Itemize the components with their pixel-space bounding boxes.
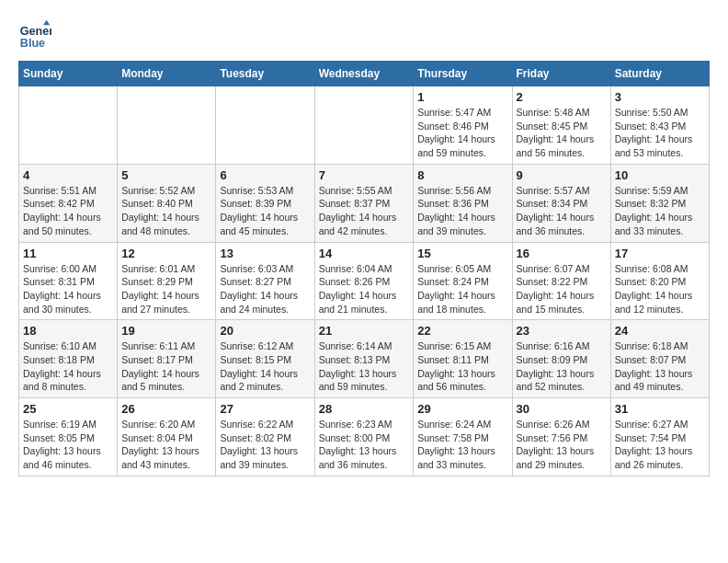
calendar-cell: 20Sunrise: 6:12 AM Sunset: 8:15 PM Dayli…: [216, 320, 314, 398]
calendar-cell: 4Sunrise: 5:51 AM Sunset: 8:42 PM Daylig…: [19, 164, 118, 242]
day-info: Sunrise: 6:03 AM Sunset: 8:27 PM Dayligh…: [220, 262, 310, 316]
day-number: 10: [615, 168, 705, 182]
calendar-cell: 13Sunrise: 6:03 AM Sunset: 8:27 PM Dayli…: [216, 242, 314, 320]
day-info: Sunrise: 5:53 AM Sunset: 8:39 PM Dayligh…: [220, 184, 310, 238]
calendar-cell: [314, 86, 414, 165]
calendar-table: SundayMondayTuesdayWednesdayThursdayFrid…: [18, 61, 710, 477]
calendar-cell: 5Sunrise: 5:52 AM Sunset: 8:40 PM Daylig…: [118, 164, 216, 242]
day-info: Sunrise: 6:01 AM Sunset: 8:29 PM Dayligh…: [121, 262, 211, 316]
day-info: Sunrise: 5:56 AM Sunset: 8:36 PM Dayligh…: [417, 184, 507, 238]
day-number: 2: [517, 90, 607, 104]
day-number: 15: [417, 247, 507, 260]
day-info: Sunrise: 5:55 AM Sunset: 8:37 PM Dayligh…: [319, 184, 410, 238]
weekday-header-thursday: Thursday: [414, 62, 512, 86]
day-info: Sunrise: 6:20 AM Sunset: 8:04 PM Dayligh…: [121, 418, 211, 472]
day-info: Sunrise: 6:05 AM Sunset: 8:24 PM Dayligh…: [417, 262, 507, 316]
weekday-row: SundayMondayTuesdayWednesdayThursdayFrid…: [19, 62, 710, 86]
day-number: 8: [417, 168, 507, 182]
day-info: Sunrise: 6:16 AM Sunset: 8:09 PM Dayligh…: [517, 339, 607, 394]
day-info: Sunrise: 6:10 AM Sunset: 8:18 PM Dayligh…: [23, 339, 113, 394]
calendar-cell: 17Sunrise: 6:08 AM Sunset: 8:20 PM Dayli…: [610, 242, 709, 320]
day-info: Sunrise: 6:07 AM Sunset: 8:22 PM Dayligh…: [517, 262, 607, 316]
week-row-1: 4Sunrise: 5:51 AM Sunset: 8:42 PM Daylig…: [19, 164, 710, 242]
day-number: 6: [220, 168, 310, 182]
calendar-cell: 30Sunrise: 6:26 AM Sunset: 7:56 PM Dayli…: [512, 398, 610, 477]
week-row-4: 25Sunrise: 6:19 AM Sunset: 8:05 PM Dayli…: [19, 398, 710, 477]
day-info: Sunrise: 5:59 AM Sunset: 8:32 PM Dayligh…: [615, 184, 705, 238]
weekday-header-saturday: Saturday: [610, 62, 709, 86]
day-number: 22: [417, 324, 507, 338]
calendar-cell: 1Sunrise: 5:47 AM Sunset: 8:46 PM Daylig…: [414, 86, 512, 165]
day-number: 1: [417, 90, 507, 104]
weekday-header-friday: Friday: [512, 62, 610, 86]
day-info: Sunrise: 6:12 AM Sunset: 8:15 PM Dayligh…: [220, 339, 310, 394]
calendar-cell: 15Sunrise: 6:05 AM Sunset: 8:24 PM Dayli…: [414, 242, 512, 320]
calendar-cell: 29Sunrise: 6:24 AM Sunset: 7:58 PM Dayli…: [414, 398, 512, 477]
day-number: 26: [121, 402, 211, 416]
day-number: 5: [121, 168, 211, 182]
svg-marker-2: [43, 20, 50, 25]
day-number: 19: [121, 324, 211, 338]
weekday-header-monday: Monday: [118, 62, 216, 86]
day-number: 30: [517, 402, 607, 416]
calendar-cell: 24Sunrise: 6:18 AM Sunset: 8:07 PM Dayli…: [610, 320, 709, 398]
day-info: Sunrise: 6:14 AM Sunset: 8:13 PM Dayligh…: [319, 339, 410, 394]
calendar-cell: [118, 86, 216, 165]
calendar-cell: 11Sunrise: 6:00 AM Sunset: 8:31 PM Dayli…: [19, 242, 118, 320]
day-info: Sunrise: 5:47 AM Sunset: 8:46 PM Dayligh…: [417, 106, 507, 160]
week-row-0: 1Sunrise: 5:47 AM Sunset: 8:46 PM Daylig…: [19, 86, 710, 165]
day-info: Sunrise: 5:51 AM Sunset: 8:42 PM Dayligh…: [23, 184, 113, 238]
calendar-cell: [216, 86, 314, 165]
day-number: 29: [417, 402, 507, 416]
logo: General Blue: [18, 18, 51, 52]
svg-text:Blue: Blue: [20, 37, 45, 50]
calendar-cell: 16Sunrise: 6:07 AM Sunset: 8:22 PM Dayli…: [512, 242, 610, 320]
day-info: Sunrise: 6:19 AM Sunset: 8:05 PM Dayligh…: [23, 418, 113, 472]
day-number: 7: [319, 168, 410, 182]
day-number: 25: [23, 402, 113, 416]
calendar-cell: 3Sunrise: 5:50 AM Sunset: 8:43 PM Daylig…: [610, 86, 709, 165]
day-info: Sunrise: 5:57 AM Sunset: 8:34 PM Dayligh…: [517, 184, 607, 238]
day-number: 3: [615, 90, 705, 104]
calendar-header: SundayMondayTuesdayWednesdayThursdayFrid…: [19, 62, 710, 86]
day-info: Sunrise: 6:22 AM Sunset: 8:02 PM Dayligh…: [220, 418, 310, 472]
day-number: 27: [220, 402, 310, 416]
day-number: 11: [23, 247, 113, 260]
day-info: Sunrise: 6:15 AM Sunset: 8:11 PM Dayligh…: [417, 339, 507, 394]
day-info: Sunrise: 5:52 AM Sunset: 8:40 PM Dayligh…: [121, 184, 211, 238]
day-info: Sunrise: 6:00 AM Sunset: 8:31 PM Dayligh…: [23, 262, 113, 316]
calendar-cell: 19Sunrise: 6:11 AM Sunset: 8:17 PM Dayli…: [118, 320, 216, 398]
day-number: 14: [319, 247, 410, 260]
calendar-cell: 27Sunrise: 6:22 AM Sunset: 8:02 PM Dayli…: [216, 398, 314, 477]
week-row-2: 11Sunrise: 6:00 AM Sunset: 8:31 PM Dayli…: [19, 242, 710, 320]
calendar-cell: 26Sunrise: 6:20 AM Sunset: 8:04 PM Dayli…: [118, 398, 216, 477]
calendar-cell: 18Sunrise: 6:10 AM Sunset: 8:18 PM Dayli…: [19, 320, 118, 398]
day-number: 17: [615, 247, 705, 260]
weekday-header-tuesday: Tuesday: [216, 62, 314, 86]
day-number: 21: [319, 324, 410, 338]
weekday-header-wednesday: Wednesday: [314, 62, 414, 86]
page-header: General Blue: [18, 18, 710, 52]
day-info: Sunrise: 6:24 AM Sunset: 7:58 PM Dayligh…: [417, 418, 507, 472]
day-number: 18: [23, 324, 113, 338]
logo-icon: General Blue: [18, 18, 51, 52]
day-info: Sunrise: 6:26 AM Sunset: 7:56 PM Dayligh…: [517, 418, 607, 472]
day-info: Sunrise: 6:18 AM Sunset: 8:07 PM Dayligh…: [615, 339, 705, 394]
day-number: 31: [615, 402, 705, 416]
calendar-cell: 22Sunrise: 6:15 AM Sunset: 8:11 PM Dayli…: [414, 320, 512, 398]
day-info: Sunrise: 6:04 AM Sunset: 8:26 PM Dayligh…: [319, 262, 410, 316]
calendar-body: 1Sunrise: 5:47 AM Sunset: 8:46 PM Daylig…: [19, 86, 710, 477]
calendar-cell: 2Sunrise: 5:48 AM Sunset: 8:45 PM Daylig…: [512, 86, 610, 165]
day-number: 16: [517, 247, 607, 260]
day-info: Sunrise: 6:08 AM Sunset: 8:20 PM Dayligh…: [615, 262, 705, 316]
day-number: 23: [517, 324, 607, 338]
day-number: 13: [220, 247, 310, 260]
day-number: 9: [517, 168, 607, 182]
calendar-cell: 31Sunrise: 6:27 AM Sunset: 7:54 PM Dayli…: [610, 398, 709, 477]
calendar-cell: 23Sunrise: 6:16 AM Sunset: 8:09 PM Dayli…: [512, 320, 610, 398]
calendar-cell: [19, 86, 118, 165]
day-number: 20: [220, 324, 310, 338]
day-number: 24: [615, 324, 705, 338]
day-info: Sunrise: 6:27 AM Sunset: 7:54 PM Dayligh…: [615, 418, 705, 472]
calendar-cell: 10Sunrise: 5:59 AM Sunset: 8:32 PM Dayli…: [610, 164, 709, 242]
